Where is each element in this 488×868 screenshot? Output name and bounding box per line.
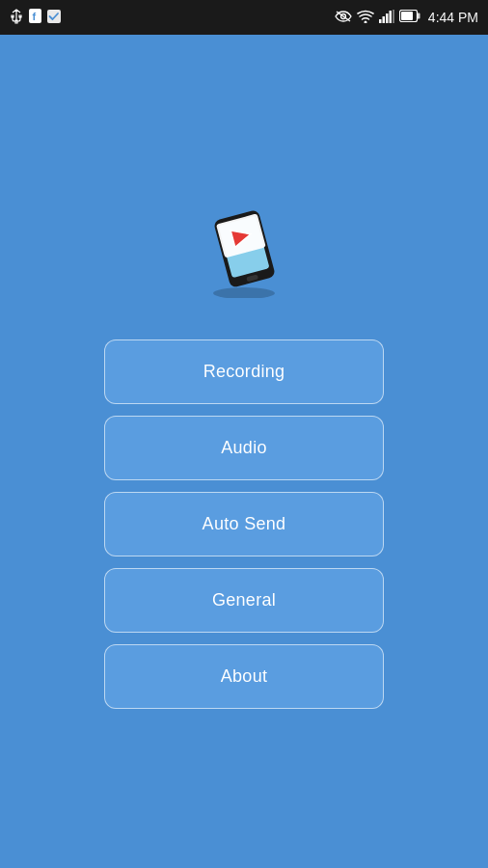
signal-icon	[379, 10, 394, 26]
status-bar: f	[0, 0, 488, 35]
usb-icon	[10, 9, 23, 27]
svg-text:f: f	[33, 11, 37, 22]
menu-buttons: Recording Audio Auto Send General About	[104, 339, 384, 709]
svg-rect-8	[386, 14, 389, 23]
audio-button[interactable]: Audio	[104, 416, 384, 480]
svg-point-14	[213, 287, 275, 298]
svg-rect-7	[382, 16, 385, 23]
app-logo	[191, 195, 297, 301]
svg-rect-10	[393, 10, 394, 23]
status-bar-left: f	[10, 9, 61, 27]
svg-rect-6	[379, 19, 382, 23]
battery-icon	[399, 10, 420, 25]
facebook-icon: f	[29, 9, 41, 26]
eye-icon	[335, 10, 352, 25]
general-button[interactable]: General	[104, 568, 384, 633]
about-button[interactable]: About	[104, 644, 384, 709]
svg-rect-12	[417, 14, 420, 19]
svg-rect-9	[389, 11, 392, 23]
status-bar-right: 4:44 PM	[335, 10, 478, 26]
recording-button[interactable]: Recording	[104, 339, 384, 404]
svg-rect-13	[401, 12, 413, 20]
main-content: Recording Audio Auto Send General About	[0, 35, 488, 868]
svg-point-5	[364, 20, 366, 23]
check-icon	[47, 10, 61, 26]
wifi-icon	[357, 10, 374, 26]
auto-send-button[interactable]: Auto Send	[104, 492, 384, 556]
status-time: 4:44 PM	[428, 10, 478, 25]
